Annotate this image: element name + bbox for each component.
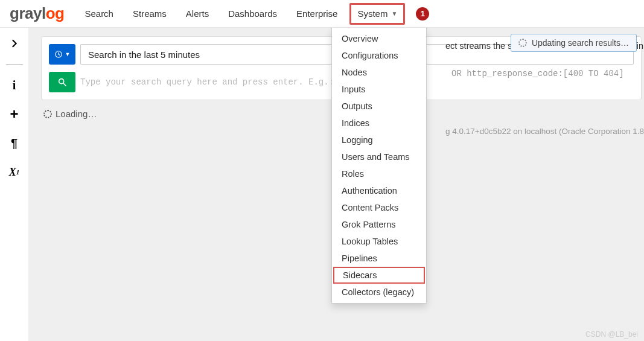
run-search-button[interactable] [49, 72, 75, 92]
plus-icon[interactable]: + [6, 106, 23, 123]
notification-badge[interactable]: 1 [416, 7, 429, 21]
clock-icon [54, 50, 63, 59]
info-icon[interactable]: i [6, 77, 23, 94]
version-text: g 4.0.17+d0c5b22 on localhost (Oracle Co… [445, 127, 644, 136]
left-sidebar: i + ¶ X1 [0, 28, 29, 341]
nav-search[interactable]: Search [75, 0, 123, 28]
system-menu-indices[interactable]: Indices [332, 115, 426, 132]
system-dropdown: OverviewConfigurationsNodesInputsOutputs… [331, 28, 427, 304]
time-range-button[interactable]: ▼ [49, 44, 75, 65]
system-menu-pipelines[interactable]: Pipelines [332, 250, 426, 267]
system-menu-overview[interactable]: Overview [332, 30, 426, 47]
app-logo: graylog [6, 4, 75, 23]
nav-alerts[interactable]: Alerts [176, 0, 218, 28]
system-menu-collectors-legacy-[interactable]: Collectors (legacy) [332, 284, 426, 301]
system-menu-sidecars[interactable]: Sidecars [333, 267, 425, 284]
system-menu-lookup-tables[interactable]: Lookup Tables [332, 233, 426, 250]
system-menu-outputs[interactable]: Outputs [332, 98, 426, 115]
system-menu-grok-patterns[interactable]: Grok Patterns [332, 216, 426, 233]
system-menu-nodes[interactable]: Nodes [332, 64, 426, 81]
system-menu-authentication[interactable]: Authentication [332, 182, 426, 199]
nav-items: Search Streams Alerts Dashboards Enterpr… [75, 0, 429, 28]
expand-icon[interactable] [6, 35, 23, 52]
pilcrow-icon[interactable]: ¶ [6, 135, 23, 151]
watermark: CSDN @LB_bei [585, 330, 638, 339]
updating-banner: Updating search results… [511, 34, 637, 52]
system-menu-roles[interactable]: Roles [332, 165, 426, 182]
chevron-down-icon: ▼ [65, 51, 71, 57]
nav-system[interactable]: System ▼ [349, 3, 405, 25]
chevron-down-icon: ▼ [391, 10, 397, 17]
variable-icon[interactable]: X1 [6, 164, 23, 180]
top-nav: graylog Search Streams Alerts Dashboards… [0, 0, 644, 28]
nav-dashboards[interactable]: Dashboards [218, 0, 287, 28]
nav-enterprise[interactable]: Enterprise [287, 0, 347, 28]
system-menu-inputs[interactable]: Inputs [332, 81, 426, 98]
system-menu-configurations[interactable]: Configurations [332, 47, 426, 64]
system-menu-content-packs[interactable]: Content Packs [332, 199, 426, 216]
spinner-icon [518, 39, 527, 47]
nav-streams[interactable]: Streams [123, 0, 176, 28]
spinner-icon [43, 110, 52, 118]
system-menu-logging[interactable]: Logging [332, 132, 426, 148]
search-icon [57, 77, 67, 87]
svg-line-2 [63, 83, 66, 86]
query-overlay-text: OR http_response_code:[400 TO 404] [451, 69, 624, 78]
system-menu-users-and-teams[interactable]: Users and Teams [332, 148, 426, 165]
